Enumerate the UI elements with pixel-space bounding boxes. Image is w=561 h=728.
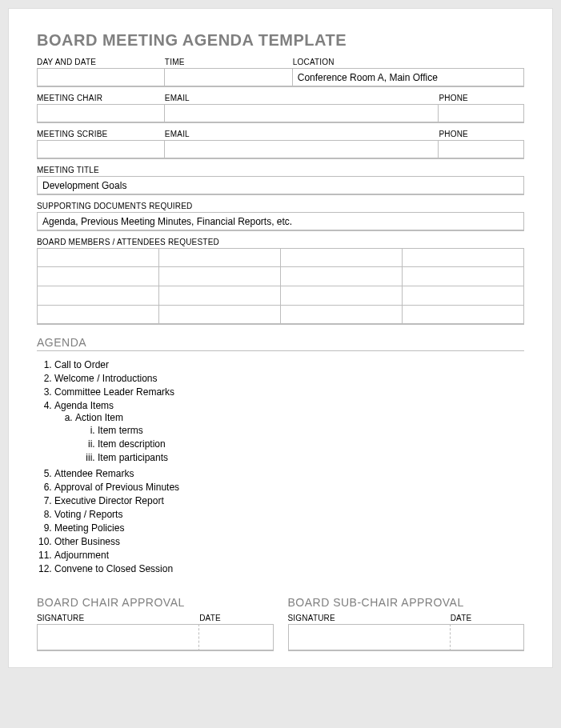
- table-row: [37, 306, 524, 325]
- scribe-email-field: EMAIL: [165, 128, 439, 159]
- agenda-sublist-i: Item terms Item description Item partici…: [75, 423, 524, 464]
- agenda-item: Meeting Policies: [54, 521, 524, 534]
- attendees-section: BOARD MEMBERS / ATTENDEES REQUESTED: [37, 236, 524, 325]
- table-row: [37, 248, 524, 267]
- attendee-cell[interactable]: [159, 267, 281, 286]
- attendee-cell[interactable]: [281, 248, 403, 267]
- chair-phone-field: PHONE: [439, 92, 524, 123]
- chair-name-field: MEETING CHAIR: [37, 92, 165, 123]
- supporting-docs-label: SUPPORTING DOCUMENTS REQUIRED: [37, 200, 524, 212]
- agenda-subsubitem: Item description: [98, 437, 524, 450]
- agenda-subsubitem: Item terms: [98, 423, 524, 437]
- supporting-docs-input[interactable]: Agenda, Previous Meeting Minutes, Financ…: [37, 212, 524, 231]
- agenda-subitem-label: Action Item: [75, 412, 123, 423]
- subchair-date-input[interactable]: [451, 624, 524, 651]
- agenda-subsubitem: Item participants: [98, 450, 524, 464]
- attendee-cell[interactable]: [37, 248, 159, 267]
- agenda-subitem: Action Item Item terms Item description …: [75, 411, 524, 466]
- agenda-item: Approval of Previous Minutes: [54, 480, 524, 494]
- time-input[interactable]: [165, 68, 293, 87]
- chair-signature-input[interactable]: [37, 624, 199, 651]
- signature-label: SIGNATURE: [288, 612, 451, 624]
- scribe-section: MEETING SCRIBE EMAIL PHONE: [37, 128, 524, 159]
- table-row: [37, 267, 524, 286]
- day-date-field: DAY AND DATE: [37, 56, 165, 87]
- attendees-grid: [37, 248, 524, 325]
- scribe-phone-input[interactable]: [439, 140, 524, 159]
- scribe-name-field: MEETING SCRIBE: [37, 128, 165, 159]
- scribe-email-input[interactable]: [165, 140, 439, 159]
- table-row: [37, 286, 524, 306]
- agenda-item: Other Business: [54, 534, 524, 548]
- attendee-cell[interactable]: [159, 248, 281, 267]
- attendee-cell[interactable]: [403, 267, 524, 286]
- chair-approval: BOARD CHAIR APPROVAL SIGNATURE DATE: [37, 596, 274, 651]
- agenda-item: Agenda Items Action Item Item terms Item…: [54, 398, 524, 466]
- chair-phone-input[interactable]: [439, 104, 524, 123]
- agenda-item: Welcome / Introductions: [54, 371, 524, 385]
- chair-approval-heading: BOARD CHAIR APPROVAL: [37, 596, 274, 610]
- chair-email-label: EMAIL: [165, 92, 439, 104]
- subchair-signature-input[interactable]: [288, 624, 451, 651]
- attendee-cell[interactable]: [403, 306, 524, 325]
- agenda-sublist-a: Action Item Item terms Item description …: [54, 411, 524, 466]
- agenda-item: Adjournment: [54, 548, 524, 562]
- date-label: DATE: [451, 612, 524, 624]
- meeting-title-section: MEETING TITLE Development Goals: [37, 164, 524, 195]
- time-label: TIME: [165, 56, 293, 68]
- chair-section: MEETING CHAIR EMAIL PHONE: [37, 92, 524, 123]
- subchair-approval-heading: BOARD SUB-CHAIR APPROVAL: [288, 596, 525, 610]
- signature-field: SIGNATURE: [37, 612, 199, 624]
- meeting-title-label: MEETING TITLE: [37, 164, 524, 176]
- scribe-name-input[interactable]: [37, 140, 165, 159]
- day-date-input[interactable]: [37, 68, 165, 87]
- agenda-item: Attendee Remarks: [54, 466, 524, 480]
- attendee-cell[interactable]: [159, 306, 281, 325]
- time-field: TIME: [165, 56, 293, 87]
- agenda-heading: AGENDA: [37, 336, 524, 351]
- attendee-cell[interactable]: [281, 286, 403, 306]
- agenda-item-label: Agenda Items: [54, 400, 114, 411]
- attendee-cell[interactable]: [281, 267, 403, 286]
- chair-phone-label: PHONE: [439, 92, 524, 104]
- agenda-item: Call to Order: [54, 358, 524, 371]
- attendees-label: BOARD MEMBERS / ATTENDEES REQUESTED: [37, 236, 524, 248]
- scribe-email-label: EMAIL: [165, 128, 439, 140]
- date-field: DATE: [199, 612, 273, 624]
- supporting-docs-section: SUPPORTING DOCUMENTS REQUIRED Agenda, Pr…: [37, 200, 524, 231]
- attendee-cell[interactable]: [37, 306, 159, 325]
- signature-field: SIGNATURE: [288, 612, 451, 624]
- location-label: LOCATION: [293, 56, 524, 68]
- meeting-title-input[interactable]: Development Goals: [37, 176, 524, 195]
- page-title: BOARD MEETING AGENDA TEMPLATE: [37, 31, 524, 50]
- scribe-phone-field: PHONE: [439, 128, 524, 159]
- agenda-list: Call to Order Welcome / Introductions Co…: [37, 358, 524, 575]
- agenda-item: Voting / Reports: [54, 507, 524, 521]
- chair-email-field: EMAIL: [165, 92, 439, 123]
- agenda-item: Convene to Closed Session: [54, 562, 524, 575]
- scribe-name-label: MEETING SCRIBE: [37, 128, 165, 140]
- attendee-cell[interactable]: [403, 248, 524, 267]
- chair-name-input[interactable]: [37, 104, 165, 123]
- attendee-cell[interactable]: [37, 286, 159, 306]
- scribe-phone-label: PHONE: [439, 128, 524, 140]
- document-page: BOARD MEETING AGENDA TEMPLATE DAY AND DA…: [8, 8, 553, 668]
- date-label: DATE: [199, 612, 273, 624]
- subchair-approval: BOARD SUB-CHAIR APPROVAL SIGNATURE DATE: [288, 596, 525, 651]
- chair-date-input[interactable]: [199, 624, 273, 651]
- chair-name-label: MEETING CHAIR: [37, 92, 165, 104]
- location-field: LOCATION Conference Room A, Main Office: [293, 56, 524, 87]
- attendee-cell[interactable]: [403, 286, 524, 306]
- approvals-section: BOARD CHAIR APPROVAL SIGNATURE DATE BOAR…: [37, 596, 524, 651]
- date-field: DATE: [451, 612, 524, 624]
- agenda-item: Executive Director Report: [54, 494, 524, 507]
- meeting-info-section: DAY AND DATE TIME LOCATION Conference Ro…: [37, 56, 524, 87]
- attendee-cell[interactable]: [281, 306, 403, 325]
- signature-label: SIGNATURE: [37, 612, 199, 624]
- day-date-label: DAY AND DATE: [37, 56, 165, 68]
- attendee-cell[interactable]: [159, 286, 281, 306]
- chair-email-input[interactable]: [165, 104, 439, 123]
- agenda-item: Committee Leader Remarks: [54, 385, 524, 398]
- attendee-cell[interactable]: [37, 267, 159, 286]
- location-input[interactable]: Conference Room A, Main Office: [293, 68, 524, 87]
